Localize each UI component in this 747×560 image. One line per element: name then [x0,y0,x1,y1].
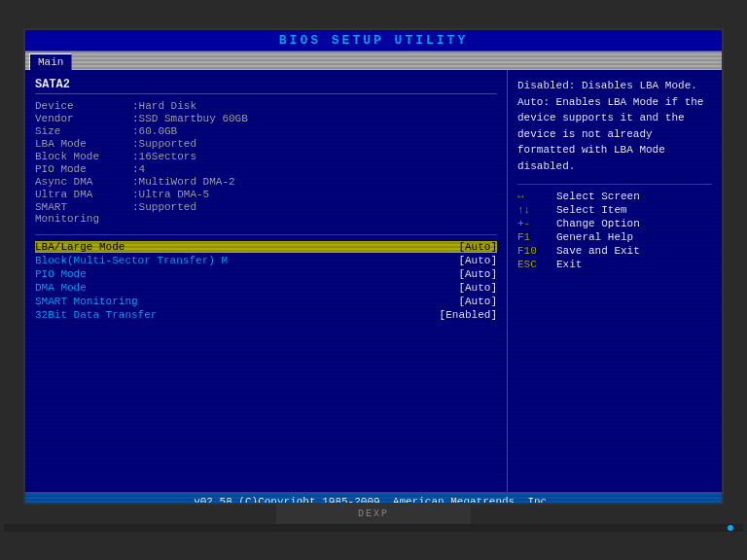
info-block: Block Mode :16Sectors [35,151,497,162]
info-smart: SMART Monitoring :Supported [35,201,497,225]
shortcut-key-option: +- [517,218,556,229]
setting-row-lba[interactable]: LBA/Large Mode [Auto] [35,241,497,253]
power-led [728,525,733,531]
setting-row-32bit[interactable]: 32Bit Data Transfer [Enabled] [35,309,497,321]
info-value-ultra: :Ultra DMA-5 [132,189,209,200]
footer-text: v02.58 (C)Copyright 1985-2009, American … [194,496,553,505]
separator-right [517,184,712,185]
setting-value-lba: [Auto] [458,241,497,253]
separator-left [35,234,497,235]
setting-value-pio: [Auto] [458,268,497,280]
setting-row-block-transfer[interactable]: Block(Multi-Sector Transfer) M [Auto] [35,255,497,266]
footer-bar: v02.58 (C)Copyright 1985-2009, American … [25,492,722,505]
setting-name-dma: DMA Mode [35,282,87,294]
info-label-device: Device [35,100,132,112]
monitor-stand: DEXP [276,505,471,524]
shortcut-key-f10: F10 [517,245,556,257]
bottom-bar [4,524,743,532]
shortcut-esc: ESC Exit [517,259,712,270]
shortcut-desc-esc: Exit [556,259,582,270]
info-value-device: :Hard Disk [132,100,196,112]
left-panel: SATA2 Device :Hard Disk Vendor :SSD Smar… [25,70,508,492]
shortcut-select-item: ↑↓ Select Item [517,204,712,216]
info-lba: LBA Mode :Supported [35,138,497,150]
shortcut-key-item: ↑↓ [517,204,556,216]
info-value-smart: :Supported [132,201,196,225]
shortcuts-list: ↔ Select Screen ↑↓ Select Item +- Change… [517,191,712,270]
setting-value-block-transfer: [Auto] [458,255,497,266]
info-value-block: :16Sectors [132,151,196,162]
tab-main[interactable]: Main [29,53,72,70]
right-panel: Disabled: Disables LBA Mode. Auto: Enabl… [508,70,722,492]
monitor-outer: BIOS SETUP UTILITY Main SATA2 Device :Ha… [0,0,747,560]
title-text: BIOS SETUP UTILITY [279,33,468,48]
shortcut-desc-option: Change Option [556,218,640,229]
info-ultra: Ultra DMA :Ultra DMA-5 [35,189,497,200]
info-value-async: :MultiWord DMA-2 [132,176,235,188]
info-value-lba: :Supported [132,138,196,150]
shortcut-select-screen: ↔ Select Screen [517,191,712,202]
shortcut-desc-item: Select Item [556,204,627,216]
info-value-size: :60.0GB [132,125,177,137]
shortcut-f1: F1 General Help [517,231,712,243]
info-label-size: Size [35,125,132,137]
info-label-async: Async DMA [35,176,132,188]
bios-screen: BIOS SETUP UTILITY Main SATA2 Device :Ha… [23,28,724,505]
info-label-vendor: Vendor [35,113,132,124]
info-label-block: Block Mode [35,151,132,162]
shortcut-key-f1: F1 [517,231,556,243]
setting-name-smart: SMART Monitoring [35,296,138,307]
setting-value-smart: [Auto] [458,296,497,307]
setting-row-pio[interactable]: PIO Mode [Auto] [35,268,497,280]
info-label-pio: PIO Mode [35,163,132,175]
info-vendor: Vendor :SSD Smartbuy 60GB [35,113,497,124]
setting-name-lba: LBA/Large Mode [35,241,124,253]
device-info: Device :Hard Disk Vendor :SSD Smartbuy 6… [35,100,497,225]
info-label-lba: LBA Mode [35,138,132,150]
info-pio: PIO Mode :4 [35,163,497,175]
shortcut-change-option: +- Change Option [517,218,712,229]
shortcut-key-esc: ESC [517,259,556,270]
setting-value-dma: [Auto] [458,282,497,294]
shortcut-key-screen: ↔ [517,191,556,202]
setting-value-32bit: [Enabled] [440,309,497,321]
shortcut-desc-screen: Select Screen [556,191,640,202]
setting-name-32bit: 32Bit Data Transfer [35,309,157,321]
monitor-brand: DEXP [358,508,389,524]
setting-row-dma[interactable]: DMA Mode [Auto] [35,282,497,294]
setting-row-smart[interactable]: SMART Monitoring [Auto] [35,296,497,307]
title-bar: BIOS SETUP UTILITY [25,30,722,52]
info-size: Size :60.0GB [35,125,497,137]
info-async: Async DMA :MultiWord DMA-2 [35,176,497,188]
setting-name-block-transfer: Block(Multi-Sector Transfer) M [35,255,228,266]
info-value-pio: :4 [132,163,145,175]
shortcut-desc-f10: Save and Exit [556,245,640,257]
info-label-smart: SMART Monitoring [35,201,132,225]
info-value-vendor: :SSD Smartbuy 60GB [132,113,248,124]
info-device: Device :Hard Disk [35,100,497,112]
tab-bar: Main [25,52,722,70]
shortcut-f10: F10 Save and Exit [517,245,712,257]
info-label-ultra: Ultra DMA [35,189,132,200]
section-title: SATA2 [35,78,497,94]
shortcut-desc-f1: General Help [556,231,633,243]
settings-list: LBA/Large Mode [Auto] Block(Multi-Sector… [35,241,497,321]
content-area: SATA2 Device :Hard Disk Vendor :SSD Smar… [25,70,722,492]
setting-name-pio: PIO Mode [35,268,87,280]
help-text: Disabled: Disables LBA Mode. Auto: Enabl… [517,78,712,174]
